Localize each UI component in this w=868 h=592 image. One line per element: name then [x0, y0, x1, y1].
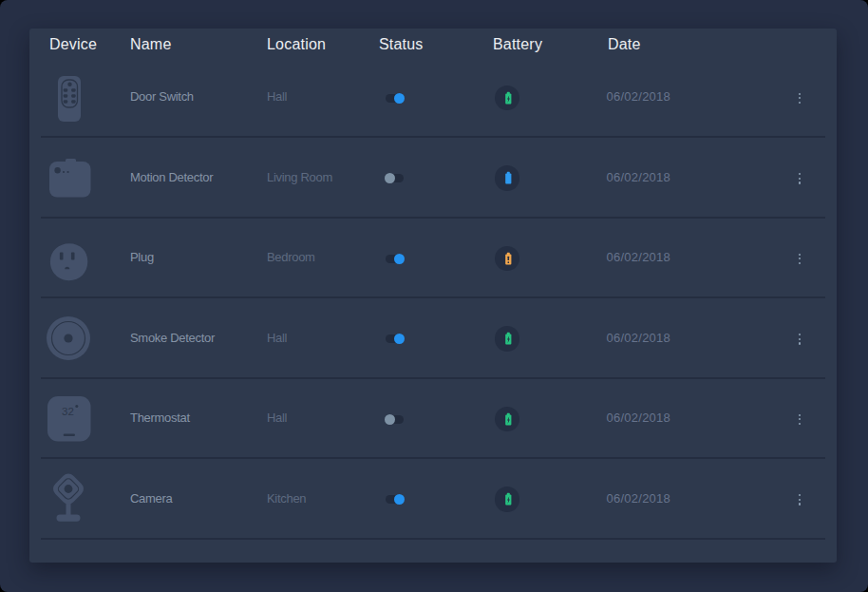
svg-text:32: 32	[62, 406, 74, 417]
